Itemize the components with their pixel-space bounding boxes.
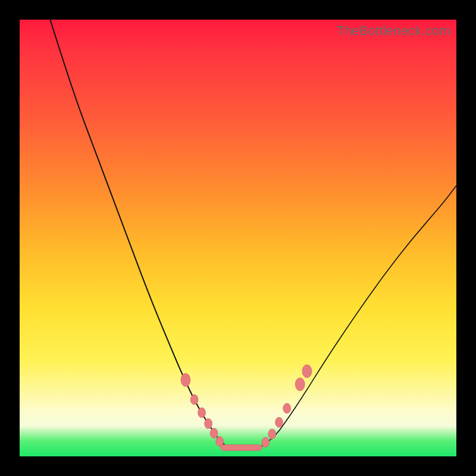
plot-area: TheBottleneck.com xyxy=(20,20,456,456)
marker-bead xyxy=(210,428,218,439)
curve-markers xyxy=(181,365,312,447)
curve-layer xyxy=(20,20,456,456)
curve-left xyxy=(50,20,229,447)
marker-bead xyxy=(205,418,212,428)
marker-bead xyxy=(198,408,206,418)
marker-bead xyxy=(295,378,305,391)
marker-bead xyxy=(302,365,312,378)
chart-frame: TheBottleneck.com xyxy=(0,0,476,476)
marker-bead xyxy=(262,437,270,447)
marker-bead xyxy=(190,394,198,405)
marker-bead xyxy=(275,417,283,427)
marker-bead xyxy=(268,429,276,439)
marker-bead xyxy=(283,403,291,414)
curve-floor xyxy=(221,444,262,450)
marker-bead xyxy=(181,374,190,387)
